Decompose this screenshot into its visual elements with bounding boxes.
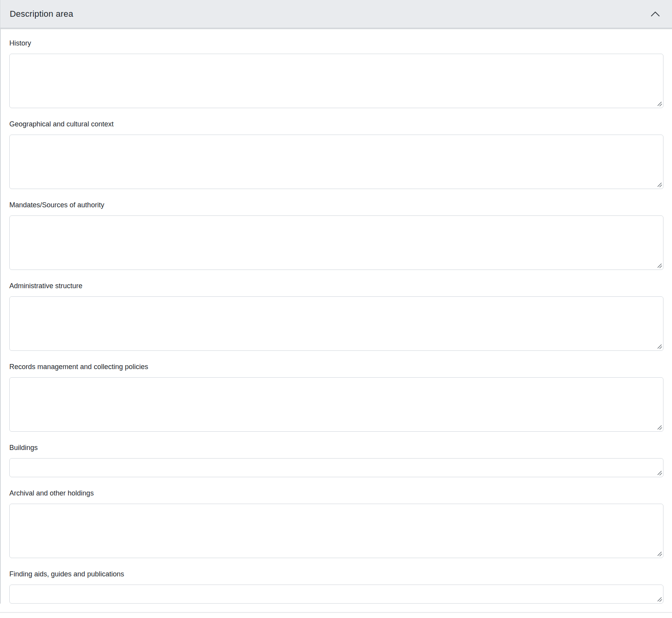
field-group-finding-aids: Finding aids, guides and publications [9, 569, 663, 604]
section-header[interactable]: Description area [0, 0, 672, 29]
field-group-archival-holdings: Archival and other holdings [9, 488, 663, 558]
history-textarea[interactable] [9, 54, 663, 108]
resize-handle-icon[interactable] [657, 597, 662, 602]
field-label: Finding aids, guides and publications [9, 569, 663, 579]
records-management-textarea[interactable] [9, 377, 663, 432]
textarea-wrap [9, 215, 663, 270]
resize-handle-icon[interactable] [657, 182, 662, 187]
textarea-wrap [9, 377, 663, 432]
textarea-wrap [9, 54, 663, 108]
field-label: Mandates/Sources of authority [9, 200, 663, 210]
field-group-geographical-context: Geographical and cultural context [9, 119, 663, 189]
field-label: Buildings [9, 443, 663, 453]
resize-handle-icon[interactable] [657, 263, 662, 268]
field-group-history: History [9, 39, 663, 108]
textarea-wrap [9, 585, 663, 604]
resize-handle-icon[interactable] [657, 551, 662, 557]
textarea-wrap [9, 135, 663, 189]
field-label: Geographical and cultural context [9, 119, 663, 129]
field-label: Records management and collecting polici… [9, 362, 663, 372]
resize-handle-icon[interactable] [657, 344, 662, 349]
section-body: History Geographical and cultural contex… [0, 29, 672, 604]
collapse-section-button[interactable] [649, 9, 662, 19]
geographical-context-textarea[interactable] [9, 135, 663, 189]
field-label: Administrative structure [9, 281, 663, 291]
finding-aids-textarea[interactable] [9, 585, 663, 604]
buildings-textarea[interactable] [9, 458, 663, 477]
field-label: History [9, 39, 663, 48]
mandates-textarea[interactable] [9, 215, 663, 270]
resize-handle-icon[interactable] [657, 101, 662, 107]
field-group-mandates: Mandates/Sources of authority [9, 200, 663, 270]
textarea-wrap [9, 504, 663, 558]
archival-holdings-textarea[interactable] [9, 504, 663, 558]
next-section-top-edge [0, 612, 672, 614]
textarea-wrap [9, 296, 663, 351]
field-group-buildings: Buildings [9, 443, 663, 477]
chevron-up-icon [650, 11, 660, 17]
field-group-administrative-structure: Administrative structure [9, 281, 663, 351]
resize-handle-icon[interactable] [657, 425, 662, 430]
field-group-records-management: Records management and collecting polici… [9, 362, 663, 432]
section-title: Description area [10, 9, 73, 19]
administrative-structure-textarea[interactable] [9, 296, 663, 351]
field-label: Archival and other holdings [9, 488, 663, 498]
description-area-section: Description area History Geographical an… [0, 0, 672, 618]
resize-handle-icon[interactable] [657, 470, 662, 476]
textarea-wrap [9, 458, 663, 477]
